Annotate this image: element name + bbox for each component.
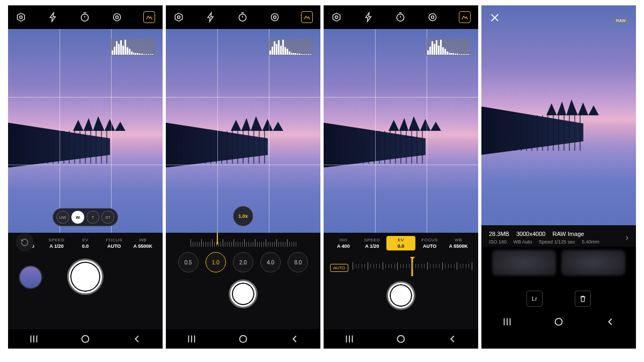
nav-back-icon[interactable] <box>289 333 301 345</box>
zoom-preset-10[interactable]: 1.0 <box>206 252 226 272</box>
delete-icon[interactable] <box>575 291 591 307</box>
info-focal: 5.40mm <box>582 239 599 245</box>
svg-point-2 <box>113 13 120 20</box>
nav-home-icon[interactable] <box>237 333 249 345</box>
nav-back-icon[interactable] <box>447 333 458 345</box>
shutter-button[interactable] <box>69 260 102 293</box>
svg-point-15 <box>555 319 562 326</box>
info-speed: Speed 1/125 sec <box>539 239 575 245</box>
zoom-preset-80[interactable]: 8.0 <box>288 252 308 272</box>
android-navbar <box>166 329 320 349</box>
svg-point-0 <box>20 16 23 19</box>
zoom-presets: 0.5 1.0 2.0 4.0 8.0 <box>166 247 320 277</box>
expand-details-icon[interactable]: › <box>626 233 628 242</box>
nav-back-icon[interactable] <box>604 316 616 328</box>
shutter-button[interactable] <box>388 283 414 308</box>
svg-point-13 <box>431 16 434 19</box>
filmstrip-thumb[interactable] <box>561 250 625 276</box>
lens-t[interactable]: T <box>86 211 99 224</box>
manual-speed[interactable]: SPEEDA 1/20 <box>358 236 387 250</box>
lens-uw[interactable]: UW <box>56 211 69 224</box>
svg-point-7 <box>271 13 278 20</box>
zoom-preset-40[interactable]: 4.0 <box>260 252 281 272</box>
viewfinder[interactable]: UW W T ST <box>8 29 163 233</box>
zoom-ruler[interactable] <box>166 233 320 247</box>
nav-home-icon[interactable] <box>553 316 565 328</box>
manual-wb[interactable]: WBA 5500K <box>128 236 157 250</box>
settings-icon[interactable] <box>331 12 342 23</box>
manual-speed[interactable]: SPEEDA 1/20 <box>42 236 71 250</box>
camera-screen-zoom: 1.0x 0.5 1.0 2.0 4.0 8.0 <box>166 5 320 349</box>
lens-st[interactable]: ST <box>101 211 114 224</box>
manual-ev[interactable]: EV0.0 <box>71 236 100 250</box>
manual-focus[interactable]: FOCUSAUTO <box>100 236 129 250</box>
shutter-area <box>166 277 320 329</box>
android-navbar <box>481 312 636 331</box>
reset-button[interactable] <box>16 233 34 252</box>
gallery-thumbnail[interactable] <box>19 265 42 289</box>
svg-point-10 <box>335 16 338 19</box>
svg-point-9 <box>240 336 247 343</box>
android-navbar <box>8 329 163 349</box>
ev-slider[interactable]: AUTO <box>330 258 472 277</box>
info-size: 28.3MB <box>489 231 509 237</box>
histogram-toggle-icon[interactable] <box>143 11 155 23</box>
nav-recents-icon[interactable] <box>186 333 197 345</box>
viewfinder[interactable] <box>324 29 478 233</box>
timer-icon[interactable] <box>395 12 406 23</box>
filmstrip[interactable] <box>481 247 636 279</box>
shutter-area <box>8 253 163 329</box>
camera-screen-main: UW W T ST ISOA 400 SPEEDA 1/20 EV0.0 FOC… <box>8 5 163 349</box>
svg-point-4 <box>82 336 89 343</box>
nav-home-icon[interactable] <box>79 333 91 345</box>
zoom-indicator[interactable] <box>217 233 218 245</box>
ev-track[interactable] <box>353 262 472 273</box>
review-image[interactable]: RAW <box>481 5 636 225</box>
action-row: Lr <box>481 279 636 312</box>
manual-wb[interactable]: WBA 5500K <box>444 236 473 250</box>
grid-line <box>60 29 60 233</box>
histogram-overlay <box>268 39 313 56</box>
svg-point-12 <box>429 13 436 20</box>
shutter-button[interactable] <box>230 281 256 307</box>
zoom-level-badge[interactable]: 1.0x <box>233 206 253 226</box>
nav-back-icon[interactable] <box>131 333 143 345</box>
lens-w[interactable]: W <box>71 211 84 224</box>
flash-icon[interactable] <box>48 12 58 23</box>
edit-lightroom-button[interactable]: Lr <box>526 291 543 307</box>
timer-icon[interactable] <box>237 12 248 23</box>
histogram-toggle-icon[interactable] <box>459 11 471 23</box>
nav-recents-icon[interactable] <box>28 333 40 345</box>
settings-icon[interactable] <box>173 12 184 23</box>
nav-recents-icon[interactable] <box>343 333 355 345</box>
metering-icon[interactable] <box>427 12 438 23</box>
raw-badge: RAW <box>613 17 628 24</box>
svg-point-8 <box>273 16 276 19</box>
info-wb: WB Auto <box>514 239 532 245</box>
lens-selector: UW W T ST <box>53 208 118 226</box>
image-info-block: 28.3MB 3000x4000 RAW Image ISO 160 WB Au… <box>481 225 636 247</box>
manual-controls-row: ISOA 400 SPEEDA 1/20 EV0.0 FOCUSAUTO WBA… <box>324 233 478 253</box>
settings-icon[interactable] <box>16 12 26 23</box>
timer-icon[interactable] <box>79 12 90 23</box>
nav-recents-icon[interactable] <box>501 316 513 328</box>
info-resolution: 3000x4000 <box>516 231 545 237</box>
flash-icon[interactable] <box>206 12 216 23</box>
viewfinder[interactable]: 1.0x <box>166 29 320 233</box>
filmstrip-thumb[interactable] <box>492 250 556 276</box>
zoom-preset-05[interactable]: 0.5 <box>178 252 199 272</box>
manual-focus[interactable]: FOCUSAUTO <box>415 236 444 250</box>
metering-icon[interactable] <box>269 12 280 23</box>
close-icon[interactable] <box>489 12 501 24</box>
metering-icon[interactable] <box>112 12 122 23</box>
manual-ev[interactable]: EV0.0 <box>386 236 415 250</box>
nav-home-icon[interactable] <box>395 333 407 345</box>
image-review-screen: RAW 28.3MB 3000x4000 RAW Image ISO 160 W… <box>481 5 636 349</box>
zoom-preset-20[interactable]: 2.0 <box>233 252 253 272</box>
histogram-toggle-icon[interactable] <box>301 11 313 23</box>
flash-icon[interactable] <box>363 12 374 23</box>
ev-auto-chip[interactable]: AUTO <box>330 264 348 272</box>
manual-iso[interactable]: ISOA 400 <box>329 236 358 250</box>
info-iso: ISO 160 <box>489 239 507 245</box>
top-toolbar <box>324 5 478 29</box>
